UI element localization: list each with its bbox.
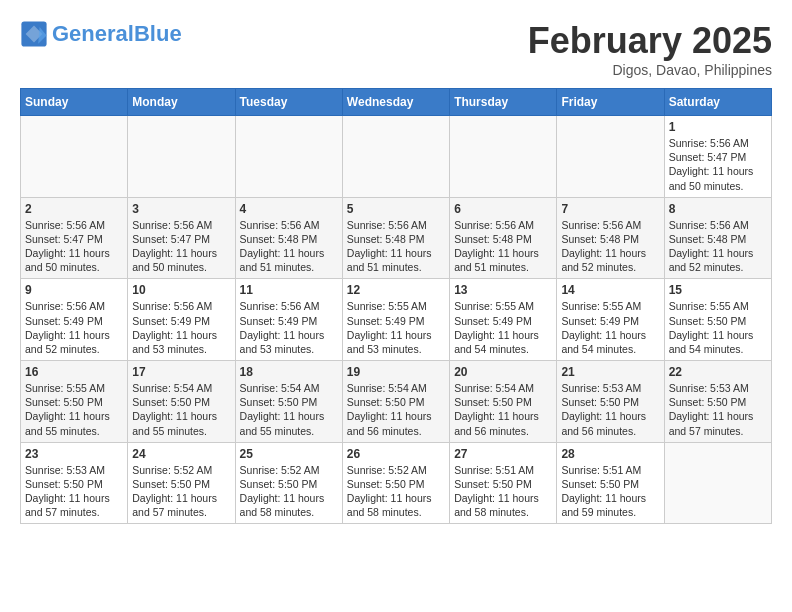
calendar-header: SundayMondayTuesdayWednesdayThursdayFrid… (21, 89, 772, 116)
day-info: Sunrise: 5:55 AM Sunset: 5:49 PM Dayligh… (561, 299, 659, 356)
title-block: February 2025 Digos, Davao, Philippines (528, 20, 772, 78)
calendar-cell: 2Sunrise: 5:56 AM Sunset: 5:47 PM Daylig… (21, 197, 128, 279)
calendar-cell: 12Sunrise: 5:55 AM Sunset: 5:49 PM Dayli… (342, 279, 449, 361)
day-info: Sunrise: 5:54 AM Sunset: 5:50 PM Dayligh… (347, 381, 445, 438)
day-of-week-header: Tuesday (235, 89, 342, 116)
day-number: 5 (347, 202, 445, 216)
day-info: Sunrise: 5:56 AM Sunset: 5:48 PM Dayligh… (454, 218, 552, 275)
day-number: 12 (347, 283, 445, 297)
day-number: 16 (25, 365, 123, 379)
logo-text: GeneralBlue (52, 23, 182, 45)
day-number: 10 (132, 283, 230, 297)
day-info: Sunrise: 5:56 AM Sunset: 5:49 PM Dayligh… (132, 299, 230, 356)
calendar-week-row: 23Sunrise: 5:53 AM Sunset: 5:50 PM Dayli… (21, 442, 772, 524)
day-number: 4 (240, 202, 338, 216)
day-number: 19 (347, 365, 445, 379)
day-number: 3 (132, 202, 230, 216)
day-of-week-header: Sunday (21, 89, 128, 116)
calendar-week-row: 16Sunrise: 5:55 AM Sunset: 5:50 PM Dayli… (21, 361, 772, 443)
day-info: Sunrise: 5:55 AM Sunset: 5:50 PM Dayligh… (25, 381, 123, 438)
day-info: Sunrise: 5:56 AM Sunset: 5:49 PM Dayligh… (25, 299, 123, 356)
calendar-cell: 1Sunrise: 5:56 AM Sunset: 5:47 PM Daylig… (664, 116, 771, 198)
logo-blue: Blue (134, 21, 182, 46)
logo-icon (20, 20, 48, 48)
day-number: 26 (347, 447, 445, 461)
calendar-cell: 26Sunrise: 5:52 AM Sunset: 5:50 PM Dayli… (342, 442, 449, 524)
day-number: 7 (561, 202, 659, 216)
logo: GeneralBlue (20, 20, 182, 48)
calendar-cell: 25Sunrise: 5:52 AM Sunset: 5:50 PM Dayli… (235, 442, 342, 524)
calendar-cell: 18Sunrise: 5:54 AM Sunset: 5:50 PM Dayli… (235, 361, 342, 443)
calendar-week-row: 2Sunrise: 5:56 AM Sunset: 5:47 PM Daylig… (21, 197, 772, 279)
day-number: 17 (132, 365, 230, 379)
day-number: 2 (25, 202, 123, 216)
day-number: 21 (561, 365, 659, 379)
calendar-week-row: 1Sunrise: 5:56 AM Sunset: 5:47 PM Daylig… (21, 116, 772, 198)
day-info: Sunrise: 5:55 AM Sunset: 5:49 PM Dayligh… (454, 299, 552, 356)
page-header: GeneralBlue February 2025 Digos, Davao, … (20, 20, 772, 78)
calendar-cell (235, 116, 342, 198)
month-title: February 2025 (528, 20, 772, 62)
calendar-cell (450, 116, 557, 198)
calendar-body: 1Sunrise: 5:56 AM Sunset: 5:47 PM Daylig… (21, 116, 772, 524)
calendar-cell: 9Sunrise: 5:56 AM Sunset: 5:49 PM Daylig… (21, 279, 128, 361)
day-number: 20 (454, 365, 552, 379)
calendar-cell: 15Sunrise: 5:55 AM Sunset: 5:50 PM Dayli… (664, 279, 771, 361)
day-info: Sunrise: 5:52 AM Sunset: 5:50 PM Dayligh… (240, 463, 338, 520)
day-info: Sunrise: 5:56 AM Sunset: 5:48 PM Dayligh… (347, 218, 445, 275)
day-number: 28 (561, 447, 659, 461)
day-info: Sunrise: 5:56 AM Sunset: 5:49 PM Dayligh… (240, 299, 338, 356)
day-info: Sunrise: 5:55 AM Sunset: 5:50 PM Dayligh… (669, 299, 767, 356)
calendar-cell: 21Sunrise: 5:53 AM Sunset: 5:50 PM Dayli… (557, 361, 664, 443)
calendar-cell: 3Sunrise: 5:56 AM Sunset: 5:47 PM Daylig… (128, 197, 235, 279)
day-info: Sunrise: 5:54 AM Sunset: 5:50 PM Dayligh… (132, 381, 230, 438)
day-number: 11 (240, 283, 338, 297)
day-info: Sunrise: 5:56 AM Sunset: 5:48 PM Dayligh… (240, 218, 338, 275)
calendar-header-row: SundayMondayTuesdayWednesdayThursdayFrid… (21, 89, 772, 116)
location: Digos, Davao, Philippines (528, 62, 772, 78)
day-of-week-header: Wednesday (342, 89, 449, 116)
calendar-cell: 22Sunrise: 5:53 AM Sunset: 5:50 PM Dayli… (664, 361, 771, 443)
day-info: Sunrise: 5:53 AM Sunset: 5:50 PM Dayligh… (25, 463, 123, 520)
calendar-cell (664, 442, 771, 524)
calendar-cell (21, 116, 128, 198)
day-number: 25 (240, 447, 338, 461)
calendar-cell: 17Sunrise: 5:54 AM Sunset: 5:50 PM Dayli… (128, 361, 235, 443)
day-number: 22 (669, 365, 767, 379)
calendar-cell: 27Sunrise: 5:51 AM Sunset: 5:50 PM Dayli… (450, 442, 557, 524)
calendar-cell: 7Sunrise: 5:56 AM Sunset: 5:48 PM Daylig… (557, 197, 664, 279)
day-info: Sunrise: 5:56 AM Sunset: 5:47 PM Dayligh… (669, 136, 767, 193)
day-number: 24 (132, 447, 230, 461)
day-info: Sunrise: 5:52 AM Sunset: 5:50 PM Dayligh… (132, 463, 230, 520)
day-number: 1 (669, 120, 767, 134)
day-of-week-header: Monday (128, 89, 235, 116)
day-of-week-header: Thursday (450, 89, 557, 116)
calendar-cell: 20Sunrise: 5:54 AM Sunset: 5:50 PM Dayli… (450, 361, 557, 443)
day-number: 23 (25, 447, 123, 461)
calendar-cell: 5Sunrise: 5:56 AM Sunset: 5:48 PM Daylig… (342, 197, 449, 279)
day-of-week-header: Saturday (664, 89, 771, 116)
day-of-week-header: Friday (557, 89, 664, 116)
day-info: Sunrise: 5:52 AM Sunset: 5:50 PM Dayligh… (347, 463, 445, 520)
day-info: Sunrise: 5:51 AM Sunset: 5:50 PM Dayligh… (561, 463, 659, 520)
logo-general: General (52, 21, 134, 46)
day-number: 27 (454, 447, 552, 461)
day-number: 6 (454, 202, 552, 216)
day-info: Sunrise: 5:56 AM Sunset: 5:48 PM Dayligh… (561, 218, 659, 275)
calendar-cell: 19Sunrise: 5:54 AM Sunset: 5:50 PM Dayli… (342, 361, 449, 443)
calendar-cell (342, 116, 449, 198)
calendar-cell: 13Sunrise: 5:55 AM Sunset: 5:49 PM Dayli… (450, 279, 557, 361)
calendar-table: SundayMondayTuesdayWednesdayThursdayFrid… (20, 88, 772, 524)
calendar-cell: 23Sunrise: 5:53 AM Sunset: 5:50 PM Dayli… (21, 442, 128, 524)
day-info: Sunrise: 5:53 AM Sunset: 5:50 PM Dayligh… (669, 381, 767, 438)
day-info: Sunrise: 5:55 AM Sunset: 5:49 PM Dayligh… (347, 299, 445, 356)
day-number: 8 (669, 202, 767, 216)
day-number: 13 (454, 283, 552, 297)
calendar-cell: 24Sunrise: 5:52 AM Sunset: 5:50 PM Dayli… (128, 442, 235, 524)
day-info: Sunrise: 5:56 AM Sunset: 5:47 PM Dayligh… (132, 218, 230, 275)
calendar-cell: 16Sunrise: 5:55 AM Sunset: 5:50 PM Dayli… (21, 361, 128, 443)
day-info: Sunrise: 5:54 AM Sunset: 5:50 PM Dayligh… (454, 381, 552, 438)
day-info: Sunrise: 5:54 AM Sunset: 5:50 PM Dayligh… (240, 381, 338, 438)
day-info: Sunrise: 5:56 AM Sunset: 5:48 PM Dayligh… (669, 218, 767, 275)
calendar-cell (557, 116, 664, 198)
